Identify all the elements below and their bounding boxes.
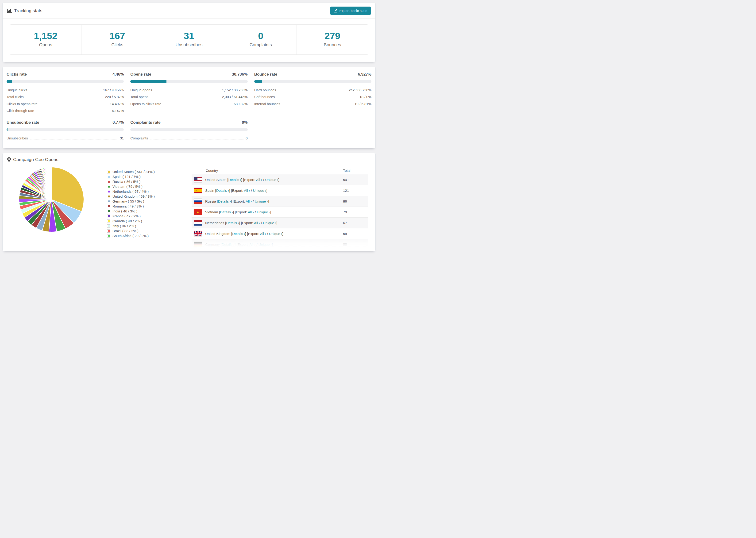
rate-row: Internal bounces19 / 6.81% <box>254 102 371 106</box>
legend-item-vietnam[interactable]: Vietnam ( 79 / 5% ) <box>107 184 155 189</box>
legend-item-india[interactable]: India ( 46 / 3% ) <box>107 209 155 214</box>
details-link[interactable]: Details › <box>232 232 245 236</box>
legend-item-united-kingdom[interactable]: United Kingdom ( 59 / 3% ) <box>107 194 155 199</box>
stat-value: 1,152 <box>10 31 81 41</box>
rate-row: Unsubscribes31 <box>7 136 124 140</box>
legend-item-spain[interactable]: Spain ( 121 / 7% ) <box>107 174 155 179</box>
export-unique-link[interactable]: Unique › <box>253 188 266 192</box>
geo-row-country-cell: United States [Details ›] [Export: All ›… <box>191 177 343 183</box>
details-link[interactable]: Details › <box>226 221 239 225</box>
export-unique-link[interactable]: Unique › <box>257 210 270 214</box>
rate-title: Bounce rate <box>254 72 277 77</box>
stat-value: 167 <box>81 31 153 41</box>
legend-item-france[interactable]: France ( 42 / 2% ) <box>107 214 155 219</box>
geo-row-text: Netherlands [Details ›] [Export: All › /… <box>205 221 277 225</box>
stat-value: 0 <box>225 31 296 41</box>
export-all-link[interactable]: All › <box>260 232 266 236</box>
export-unique-link[interactable]: Unique › <box>269 232 283 236</box>
pie-svg <box>18 166 84 233</box>
details-link[interactable]: Details › <box>218 199 231 203</box>
details-link[interactable]: Details › <box>216 188 229 192</box>
legend-item-italy[interactable]: Italy ( 36 / 2% ) <box>107 224 155 228</box>
rate-rows: Unsubscribes31 <box>7 136 124 140</box>
geo-row-total: 67 <box>343 221 368 225</box>
rate-row-value: 4.147% <box>112 109 124 113</box>
geo-body: United States ( 541 / 31% )Spain ( 121 /… <box>3 166 375 251</box>
rate-row-value: 2,303 / 61.446% <box>222 95 247 99</box>
rate-row-value: 689.82% <box>234 102 247 106</box>
details-link[interactable]: Details › <box>228 178 241 182</box>
geo-table-rows: United States [Details ›] [Export: All ›… <box>191 174 368 250</box>
geo-row-country-cell: Germany [Details ›] [Export: All › / Uni… <box>191 242 343 247</box>
rate-value: 30.736% <box>232 72 248 77</box>
geo-row-country-cell: Netherlands [Details ›] [Export: All › /… <box>191 220 343 226</box>
legend-item-russia[interactable]: Russia ( 86 / 5% ) <box>107 179 155 184</box>
export-all-link[interactable]: All › <box>248 210 254 214</box>
legend-label: Brazil ( 33 / 2% ) <box>112 229 138 233</box>
legend-item-romania[interactable]: Romania ( 49 / 3% ) <box>107 204 155 209</box>
legend-label: United Kingdom ( 59 / 3% ) <box>112 194 155 198</box>
export-all-link[interactable]: All › <box>246 199 252 203</box>
rates-card: Clicks rate4.46%Unique clicks167 / 4.456… <box>2 67 376 148</box>
export-unique-link[interactable]: Unique › <box>265 178 279 182</box>
rate-row-value: 14.497% <box>110 102 124 106</box>
export-all-link[interactable]: All › <box>256 178 262 182</box>
bar-chart-icon <box>7 9 12 13</box>
legend-label: Italy ( 36 / 2% ) <box>112 224 136 228</box>
export-unique-link[interactable]: Unique › <box>258 242 272 246</box>
legend-color-chip <box>107 185 110 188</box>
export-all-link[interactable]: All › <box>249 242 255 246</box>
export-all-link[interactable]: All › <box>244 188 250 192</box>
rate-row-label: Unsubscribes <box>7 136 28 140</box>
geo-table: Country Total United States [Details ›] … <box>191 166 368 250</box>
geo-table-header-total: Total <box>343 169 368 173</box>
geo-row-country-cell: United Kingdom [Details ›] [Export: All … <box>191 231 343 237</box>
export-all-link[interactable]: All › <box>254 221 260 225</box>
details-link[interactable]: Details › <box>222 242 235 246</box>
legend-item-canada[interactable]: Canada ( 40 / 2% ) <box>107 219 155 224</box>
legend-color-chip <box>107 190 110 193</box>
legend-item-germany[interactable]: Germany ( 55 / 3% ) <box>107 199 155 204</box>
rate-value: 0.77% <box>112 120 124 125</box>
legend-item-south-africa[interactable]: South Africa ( 29 / 2% ) <box>107 233 155 238</box>
flag-icon-gb <box>194 231 202 237</box>
rate-progress-fill <box>7 80 12 83</box>
legend-item-netherlands[interactable]: Netherlands ( 67 / 4% ) <box>107 189 155 194</box>
geo-table-row-netherlands: Netherlands [Details ›] [Export: All › /… <box>191 218 368 228</box>
rate-row-label: Complaints <box>130 136 148 140</box>
export-basic-stats-button[interactable]: Export basic stats <box>330 7 371 15</box>
rate-value: 6.927% <box>358 72 371 77</box>
flag-icon-vn <box>194 209 202 215</box>
geo-row-country-cell: Vietnam [Details ›] [Export: All › / Uni… <box>191 209 343 215</box>
legend-label: Netherlands ( 67 / 4% ) <box>112 189 149 193</box>
legend-color-chip <box>107 205 110 208</box>
rate-row: Hard bounces242 / 86.738% <box>254 88 371 92</box>
rate-row-label: Unique clicks <box>7 88 27 92</box>
geo-table-row-germany: Germany [Details ›] [Export: All › / Uni… <box>191 239 368 250</box>
rate-progress-fill <box>254 80 262 83</box>
export-button-label: Export basic stats <box>340 9 367 13</box>
legend-label: France ( 42 / 2% ) <box>112 214 141 218</box>
rate-progress-track <box>130 80 247 83</box>
rate-row-value: 31 <box>120 136 124 140</box>
geo-table-row-united-states: United States [Details ›] [Export: All ›… <box>191 174 368 185</box>
geo-table-row-vietnam: Vietnam [Details ›] [Export: All › / Uni… <box>191 207 368 218</box>
flag-icon-us <box>194 177 202 183</box>
rate-title: Unsubscribe rate <box>7 120 39 125</box>
rate-block-bounce-rate: Bounce rate6.927%Hard bounces242 / 86.73… <box>254 72 371 113</box>
rates-grid: Clicks rate4.46%Unique clicks167 / 4.456… <box>3 67 375 148</box>
geo-row-total: 541 <box>343 178 368 182</box>
export-unique-link[interactable]: Unique › <box>263 221 276 225</box>
legend-color-chip <box>107 210 110 213</box>
legend-color-chip <box>107 180 110 183</box>
geo-row-country-cell: Russia [Details ›] [Export: All › / Uniq… <box>191 198 343 204</box>
legend-item-united-states[interactable]: United States ( 541 / 31% ) <box>107 169 155 174</box>
legend-item-brazil[interactable]: Brazil ( 33 / 2% ) <box>107 228 155 233</box>
export-unique-link[interactable]: Unique › <box>255 199 268 203</box>
rate-row: Unique opens1,152 / 30.736% <box>130 88 247 92</box>
rate-block-clicks-rate: Clicks rate4.46%Unique clicks167 / 4.456… <box>7 72 124 113</box>
rate-row-value: 242 / 86.738% <box>349 88 371 92</box>
rate-progress-track <box>7 80 124 83</box>
details-link[interactable]: Details › <box>220 210 233 214</box>
rate-rows: Unique clicks167 / 4.456%Total clicks220… <box>7 88 124 113</box>
